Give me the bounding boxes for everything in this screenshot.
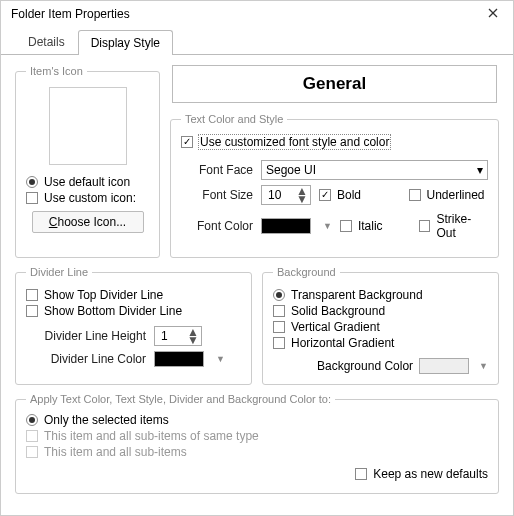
check-strikeout[interactable]: Strike-Out (419, 212, 488, 240)
background-group: Background Transparent Background Solid … (262, 266, 499, 385)
radio-bg-hgrad-label: Horizontal Gradient (291, 336, 394, 350)
radio-apply-all-sub: This item and all sub-items (26, 445, 488, 459)
tab-details[interactable]: Details (15, 29, 78, 54)
divider-color-dropdown[interactable]: ▼ (216, 354, 225, 364)
check-underlined[interactable]: Underlined (409, 188, 489, 202)
radio-bg-transparent[interactable]: Transparent Background (273, 288, 488, 302)
divider-height-label: Divider Line Height (26, 329, 146, 343)
check-underlined-label: Underlined (427, 188, 485, 202)
preview-text: General (303, 74, 366, 94)
chevron-down-icon: ▾ (477, 163, 483, 177)
item-icon-legend: Item's Icon (26, 65, 87, 77)
font-color-dropdown[interactable]: ▼ (323, 221, 332, 231)
icon-preview (49, 87, 127, 165)
check-use-custom-icon[interactable]: Use custom icon: (26, 191, 149, 205)
radio-bg-vgrad[interactable]: Vertical Gradient (273, 320, 488, 334)
item-icon-group: Item's Icon Use default icon Use custom … (15, 65, 160, 258)
radio-apply-selected[interactable]: Only the selected items (26, 413, 488, 427)
radio-bg-solid[interactable]: Solid Background (273, 304, 488, 318)
check-show-bottom-divider-label: Show Bottom Divider Line (44, 304, 182, 318)
check-show-top-divider[interactable]: Show Top Divider Line (26, 288, 241, 302)
check-use-custom-icon-label: Use custom icon: (44, 191, 136, 205)
font-face-combo[interactable]: Segoe UI ▾ (261, 160, 488, 180)
check-keep-defaults-label: Keep as new defaults (373, 467, 488, 481)
text-style-legend: Text Color and Style (181, 113, 287, 125)
radio-apply-selected-label: Only the selected items (44, 413, 169, 427)
check-show-top-divider-label: Show Top Divider Line (44, 288, 163, 302)
check-bold[interactable]: Bold (319, 188, 399, 202)
divider-height-value: 1 (161, 329, 168, 343)
radio-use-default-icon[interactable]: Use default icon (26, 175, 149, 189)
font-size-label: Font Size (181, 188, 253, 202)
font-color-swatch[interactable] (261, 218, 311, 234)
divider-color-swatch[interactable] (154, 351, 204, 367)
font-face-value: Segoe UI (266, 163, 316, 177)
text-style-group: Text Color and Style Use customized font… (170, 113, 499, 258)
radio-apply-all-sub-label: This item and all sub-items (44, 445, 187, 459)
font-color-label: Font Color (181, 219, 253, 233)
radio-bg-transparent-label: Transparent Background (291, 288, 423, 302)
choose-icon-label: hoose Icon... (57, 215, 126, 229)
divider-legend: Divider Line (26, 266, 92, 278)
check-show-bottom-divider[interactable]: Show Bottom Divider Line (26, 304, 241, 318)
background-color-label: Background Color (317, 359, 413, 373)
radio-apply-same-type: This item and all sub-items of same type (26, 429, 488, 443)
check-italic-label: Italic (358, 219, 383, 233)
close-icon[interactable] (481, 7, 505, 21)
radio-bg-hgrad[interactable]: Horizontal Gradient (273, 336, 488, 350)
background-color-dropdown[interactable]: ▼ (479, 361, 488, 371)
preview-panel: General (172, 65, 497, 103)
apply-group: Apply Text Color, Text Style, Divider an… (15, 393, 499, 494)
check-strikeout-label: Strike-Out (436, 212, 488, 240)
check-use-custom-font[interactable]: Use customized font style and color (181, 135, 488, 149)
apply-legend: Apply Text Color, Text Style, Divider an… (26, 393, 335, 405)
background-color-swatch[interactable] (419, 358, 469, 374)
font-size-spinner[interactable]: 10 ▲▼ (261, 185, 311, 205)
radio-apply-same-type-label: This item and all sub-items of same type (44, 429, 259, 443)
check-keep-defaults[interactable]: Keep as new defaults (355, 467, 488, 481)
divider-color-label: Divider Line Color (26, 352, 146, 366)
divider-height-spinner[interactable]: 1 ▲▼ (154, 326, 202, 346)
radio-bg-solid-label: Solid Background (291, 304, 385, 318)
radio-use-default-icon-label: Use default icon (44, 175, 130, 189)
divider-group: Divider Line Show Top Divider Line Show … (15, 266, 252, 385)
choose-icon-button[interactable]: Choose Icon... (32, 211, 144, 233)
font-face-label: Font Face (181, 163, 253, 177)
check-use-custom-font-label: Use customized font style and color (199, 135, 390, 149)
radio-bg-vgrad-label: Vertical Gradient (291, 320, 380, 334)
window-title: Folder Item Properties (11, 7, 481, 21)
background-legend: Background (273, 266, 340, 278)
font-size-value: 10 (268, 188, 281, 202)
tab-display-style[interactable]: Display Style (78, 30, 173, 55)
check-italic[interactable]: Italic (340, 212, 409, 240)
check-bold-label: Bold (337, 188, 361, 202)
